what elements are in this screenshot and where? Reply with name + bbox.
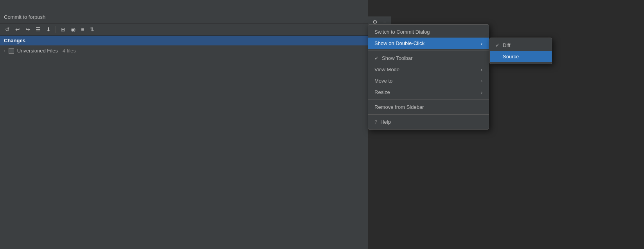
- menu-label-help: Help: [380, 119, 482, 125]
- redo-button[interactable]: ↪: [23, 25, 32, 34]
- refresh-button[interactable]: ↺: [3, 25, 12, 34]
- submenu-show-double-click: ✓ Diff ✓ Source: [489, 38, 552, 64]
- submenu-item-source[interactable]: ✓ Source: [490, 51, 552, 62]
- submenu-arrow-icon: ›: [481, 41, 482, 46]
- group-button[interactable]: ⊞: [59, 25, 67, 34]
- move-to-arrow-icon: ›: [481, 79, 482, 83]
- toolbar: ↺ ↩ ↪ ☰ ⬇ ⊞ ◉ ≡ ⇅: [0, 23, 368, 36]
- update-button[interactable]: ⬇: [44, 25, 53, 34]
- menu-label-show-toolbar: Show Toolbar: [382, 55, 482, 61]
- menu-label-resize: Resize: [374, 89, 481, 95]
- menu-separator-1: [368, 51, 489, 51]
- undo-button[interactable]: ↩: [13, 25, 22, 34]
- menu-item-view-mode[interactable]: View Mode ›: [368, 64, 489, 75]
- commit-message-button[interactable]: ☰: [34, 25, 43, 34]
- menu-item-help[interactable]: ? Help: [368, 116, 489, 128]
- file-count-label: 4 files: [63, 48, 76, 54]
- show-toolbar-check-icon: ✓: [374, 55, 379, 61]
- menu-item-show-double-click[interactable]: Show on Double-Click › ✓ Diff ✓ Source: [368, 38, 489, 49]
- menu-item-remove-sidebar[interactable]: Remove from Sidebar: [368, 101, 489, 113]
- menu-label-view-mode: View Mode: [374, 67, 481, 72]
- menu-item-show-toolbar[interactable]: ✓ Show Toolbar: [368, 52, 489, 64]
- section-header: Changes: [0, 36, 368, 45]
- menu-separator-3: [368, 114, 489, 115]
- view-button[interactable]: ◉: [69, 25, 77, 34]
- menu-item-switch-commit-dialog[interactable]: Switch to Commit Dialog: [368, 26, 489, 38]
- menu-item-resize[interactable]: Resize ›: [368, 87, 489, 98]
- toolbar-separator-1: [56, 26, 56, 33]
- help-question-icon: ?: [374, 119, 377, 125]
- file-name-label: Unversioned Files: [17, 48, 58, 54]
- submenu-label-source: Source: [503, 54, 519, 60]
- filter-button[interactable]: ≡: [79, 25, 86, 34]
- diff-check-icon: ✓: [495, 42, 500, 48]
- expand-arrow-icon[interactable]: ›: [4, 49, 5, 53]
- context-menu: Switch to Commit Dialog Show on Double-C…: [368, 24, 489, 130]
- left-panel: Commit to forpush ↺ ↩ ↪ ☰ ⬇ ⊞ ◉ ≡ ⇅ Chan…: [0, 0, 368, 249]
- panel-header: Commit to forpush: [0, 11, 368, 23]
- menu-separator-2: [368, 99, 489, 100]
- file-checkbox[interactable]: [9, 48, 14, 54]
- file-entry[interactable]: › Unversioned Files 4 files: [0, 45, 368, 56]
- submenu-item-diff[interactable]: ✓ Diff: [490, 40, 552, 51]
- menu-label-remove-sidebar: Remove from Sidebar: [374, 104, 482, 110]
- resize-arrow-icon: ›: [481, 90, 482, 95]
- menu-label-show-double-click: Show on Double-Click: [374, 40, 481, 46]
- section-header-label: Changes: [4, 38, 25, 43]
- menu-label-move-to: Move to: [374, 78, 481, 84]
- submenu-label-diff: Diff: [503, 42, 510, 48]
- view-mode-arrow-icon: ›: [481, 67, 482, 72]
- menu-label-switch-commit-dialog: Switch to Commit Dialog: [374, 29, 482, 35]
- menu-item-move-to[interactable]: Move to ›: [368, 75, 489, 87]
- commit-label: Commit to forpush: [4, 14, 45, 20]
- collapse-button[interactable]: ⇅: [88, 25, 96, 34]
